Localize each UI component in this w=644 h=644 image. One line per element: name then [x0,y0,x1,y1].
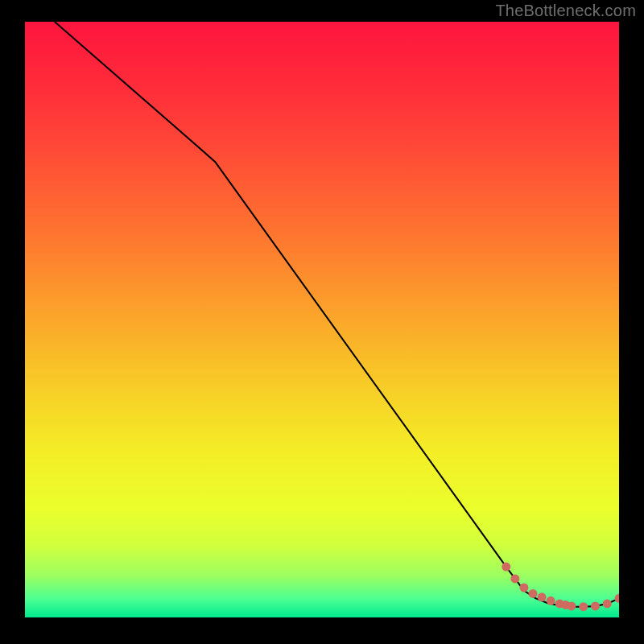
curve-marker [504,564,509,569]
curve-marker [569,604,574,609]
curve-marker [592,604,597,609]
curve-marker [581,605,586,609]
attribution-label: TheBottleneck.com [495,2,636,20]
plot-area [25,22,619,617]
chart-frame: TheBottleneck.com [0,0,644,644]
curve-marker [530,591,535,596]
gradient-plot [25,22,619,617]
curve-marker [513,576,518,581]
curve-marker [617,596,619,601]
curve-marker [605,601,609,606]
curve-marker [548,598,553,603]
curve-marker [522,585,526,590]
curve-marker [539,595,544,600]
gradient-background [25,22,619,617]
